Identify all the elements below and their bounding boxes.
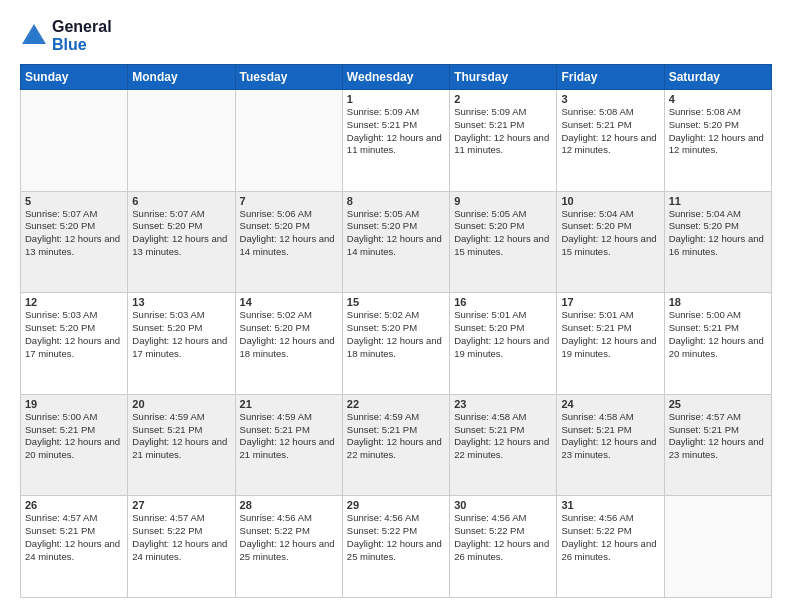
- logo: General Blue: [20, 18, 112, 54]
- day-info: Sunrise: 5:02 AMSunset: 5:20 PMDaylight:…: [240, 309, 338, 360]
- day-number: 24: [561, 398, 659, 410]
- day-number: 3: [561, 93, 659, 105]
- day-info: Sunrise: 4:56 AMSunset: 5:22 PMDaylight:…: [561, 512, 659, 563]
- day-number: 10: [561, 195, 659, 207]
- day-number: 1: [347, 93, 445, 105]
- day-number: 25: [669, 398, 767, 410]
- calendar-cell: 31Sunrise: 4:56 AMSunset: 5:22 PMDayligh…: [557, 496, 664, 598]
- day-info: Sunrise: 5:06 AMSunset: 5:20 PMDaylight:…: [240, 208, 338, 259]
- day-info: Sunrise: 5:05 AMSunset: 5:20 PMDaylight:…: [347, 208, 445, 259]
- calendar-cell: 27Sunrise: 4:57 AMSunset: 5:22 PMDayligh…: [128, 496, 235, 598]
- calendar-cell: 18Sunrise: 5:00 AMSunset: 5:21 PMDayligh…: [664, 293, 771, 395]
- day-info: Sunrise: 5:03 AMSunset: 5:20 PMDaylight:…: [132, 309, 230, 360]
- calendar-cell: 25Sunrise: 4:57 AMSunset: 5:21 PMDayligh…: [664, 394, 771, 496]
- day-info: Sunrise: 4:57 AMSunset: 5:21 PMDaylight:…: [669, 411, 767, 462]
- calendar-cell: 26Sunrise: 4:57 AMSunset: 5:21 PMDayligh…: [21, 496, 128, 598]
- day-number: 29: [347, 499, 445, 511]
- header: General Blue: [20, 18, 772, 54]
- calendar-cell: 17Sunrise: 5:01 AMSunset: 5:21 PMDayligh…: [557, 293, 664, 395]
- day-number: 6: [132, 195, 230, 207]
- day-number: 27: [132, 499, 230, 511]
- calendar-cell: 2Sunrise: 5:09 AMSunset: 5:21 PMDaylight…: [450, 90, 557, 192]
- calendar-cell: 1Sunrise: 5:09 AMSunset: 5:21 PMDaylight…: [342, 90, 449, 192]
- day-info: Sunrise: 4:58 AMSunset: 5:21 PMDaylight:…: [454, 411, 552, 462]
- day-number: 9: [454, 195, 552, 207]
- day-info: Sunrise: 4:56 AMSunset: 5:22 PMDaylight:…: [347, 512, 445, 563]
- calendar-cell: 14Sunrise: 5:02 AMSunset: 5:20 PMDayligh…: [235, 293, 342, 395]
- calendar-cell: 30Sunrise: 4:56 AMSunset: 5:22 PMDayligh…: [450, 496, 557, 598]
- day-number: 18: [669, 296, 767, 308]
- day-info: Sunrise: 5:05 AMSunset: 5:20 PMDaylight:…: [454, 208, 552, 259]
- calendar-cell: 16Sunrise: 5:01 AMSunset: 5:20 PMDayligh…: [450, 293, 557, 395]
- weekday-header-tuesday: Tuesday: [235, 65, 342, 90]
- day-info: Sunrise: 4:59 AMSunset: 5:21 PMDaylight:…: [132, 411, 230, 462]
- day-info: Sunrise: 5:04 AMSunset: 5:20 PMDaylight:…: [561, 208, 659, 259]
- day-number: 4: [669, 93, 767, 105]
- calendar-cell: [21, 90, 128, 192]
- calendar-cell: 4Sunrise: 5:08 AMSunset: 5:20 PMDaylight…: [664, 90, 771, 192]
- calendar-cell: 21Sunrise: 4:59 AMSunset: 5:21 PMDayligh…: [235, 394, 342, 496]
- calendar-cell: 24Sunrise: 4:58 AMSunset: 5:21 PMDayligh…: [557, 394, 664, 496]
- calendar-cell: 23Sunrise: 4:58 AMSunset: 5:21 PMDayligh…: [450, 394, 557, 496]
- day-info: Sunrise: 5:00 AMSunset: 5:21 PMDaylight:…: [25, 411, 123, 462]
- day-number: 13: [132, 296, 230, 308]
- day-number: 2: [454, 93, 552, 105]
- day-number: 30: [454, 499, 552, 511]
- day-info: Sunrise: 5:03 AMSunset: 5:20 PMDaylight:…: [25, 309, 123, 360]
- day-info: Sunrise: 5:08 AMSunset: 5:21 PMDaylight:…: [561, 106, 659, 157]
- day-info: Sunrise: 4:59 AMSunset: 5:21 PMDaylight:…: [347, 411, 445, 462]
- calendar-cell: 5Sunrise: 5:07 AMSunset: 5:20 PMDaylight…: [21, 191, 128, 293]
- day-number: 14: [240, 296, 338, 308]
- calendar-cell: [664, 496, 771, 598]
- calendar-cell: [235, 90, 342, 192]
- calendar-week-1: 1Sunrise: 5:09 AMSunset: 5:21 PMDaylight…: [21, 90, 772, 192]
- calendar-cell: 15Sunrise: 5:02 AMSunset: 5:20 PMDayligh…: [342, 293, 449, 395]
- day-info: Sunrise: 5:09 AMSunset: 5:21 PMDaylight:…: [347, 106, 445, 157]
- day-info: Sunrise: 5:00 AMSunset: 5:21 PMDaylight:…: [669, 309, 767, 360]
- calendar-cell: 9Sunrise: 5:05 AMSunset: 5:20 PMDaylight…: [450, 191, 557, 293]
- calendar-week-3: 12Sunrise: 5:03 AMSunset: 5:20 PMDayligh…: [21, 293, 772, 395]
- page: General Blue SundayMondayTuesdayWednesda…: [0, 0, 792, 612]
- day-info: Sunrise: 5:07 AMSunset: 5:20 PMDaylight:…: [132, 208, 230, 259]
- day-number: 26: [25, 499, 123, 511]
- weekday-header-sunday: Sunday: [21, 65, 128, 90]
- day-number: 7: [240, 195, 338, 207]
- calendar-table: SundayMondayTuesdayWednesdayThursdayFrid…: [20, 64, 772, 598]
- calendar-cell: 6Sunrise: 5:07 AMSunset: 5:20 PMDaylight…: [128, 191, 235, 293]
- calendar-cell: 7Sunrise: 5:06 AMSunset: 5:20 PMDaylight…: [235, 191, 342, 293]
- day-number: 5: [25, 195, 123, 207]
- day-info: Sunrise: 4:56 AMSunset: 5:22 PMDaylight:…: [454, 512, 552, 563]
- day-info: Sunrise: 4:57 AMSunset: 5:21 PMDaylight:…: [25, 512, 123, 563]
- calendar-week-4: 19Sunrise: 5:00 AMSunset: 5:21 PMDayligh…: [21, 394, 772, 496]
- calendar-cell: 13Sunrise: 5:03 AMSunset: 5:20 PMDayligh…: [128, 293, 235, 395]
- day-number: 22: [347, 398, 445, 410]
- calendar-week-2: 5Sunrise: 5:07 AMSunset: 5:20 PMDaylight…: [21, 191, 772, 293]
- calendar-week-5: 26Sunrise: 4:57 AMSunset: 5:21 PMDayligh…: [21, 496, 772, 598]
- calendar-cell: 8Sunrise: 5:05 AMSunset: 5:20 PMDaylight…: [342, 191, 449, 293]
- weekday-header-friday: Friday: [557, 65, 664, 90]
- day-info: Sunrise: 4:59 AMSunset: 5:21 PMDaylight:…: [240, 411, 338, 462]
- day-info: Sunrise: 5:07 AMSunset: 5:20 PMDaylight:…: [25, 208, 123, 259]
- day-number: 23: [454, 398, 552, 410]
- calendar-cell: 10Sunrise: 5:04 AMSunset: 5:20 PMDayligh…: [557, 191, 664, 293]
- weekday-header-monday: Monday: [128, 65, 235, 90]
- calendar-cell: 28Sunrise: 4:56 AMSunset: 5:22 PMDayligh…: [235, 496, 342, 598]
- day-number: 21: [240, 398, 338, 410]
- day-info: Sunrise: 5:01 AMSunset: 5:20 PMDaylight:…: [454, 309, 552, 360]
- day-info: Sunrise: 5:01 AMSunset: 5:21 PMDaylight:…: [561, 309, 659, 360]
- calendar-cell: 20Sunrise: 4:59 AMSunset: 5:21 PMDayligh…: [128, 394, 235, 496]
- weekday-header-saturday: Saturday: [664, 65, 771, 90]
- calendar-cell: [128, 90, 235, 192]
- calendar-cell: 12Sunrise: 5:03 AMSunset: 5:20 PMDayligh…: [21, 293, 128, 395]
- weekday-header-thursday: Thursday: [450, 65, 557, 90]
- day-number: 19: [25, 398, 123, 410]
- day-number: 31: [561, 499, 659, 511]
- day-info: Sunrise: 4:56 AMSunset: 5:22 PMDaylight:…: [240, 512, 338, 563]
- weekday-header-row: SundayMondayTuesdayWednesdayThursdayFrid…: [21, 65, 772, 90]
- day-info: Sunrise: 5:04 AMSunset: 5:20 PMDaylight:…: [669, 208, 767, 259]
- day-number: 28: [240, 499, 338, 511]
- calendar-cell: 19Sunrise: 5:00 AMSunset: 5:21 PMDayligh…: [21, 394, 128, 496]
- weekday-header-wednesday: Wednesday: [342, 65, 449, 90]
- calendar-cell: 22Sunrise: 4:59 AMSunset: 5:21 PMDayligh…: [342, 394, 449, 496]
- day-number: 15: [347, 296, 445, 308]
